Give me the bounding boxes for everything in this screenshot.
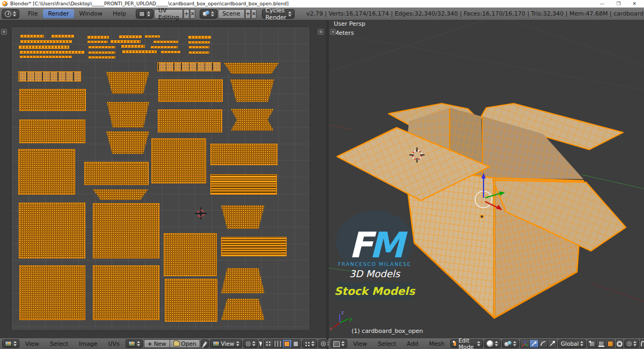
uv-island[interactable] — [224, 63, 279, 74]
snap-toggle-button[interactable] — [640, 339, 644, 348]
uv-island[interactable] — [122, 50, 157, 53]
uv-island[interactable] — [89, 46, 115, 48]
new-image-button[interactable]: + New — [144, 339, 170, 348]
occlude-geometry-button[interactable] — [616, 339, 623, 348]
uv-select-edge-button[interactable] — [273, 339, 283, 348]
uv-island[interactable] — [231, 109, 274, 131]
uv-island[interactable] — [151, 138, 206, 183]
pin-button[interactable] — [201, 339, 209, 348]
close-button[interactable]: ✕ — [632, 1, 636, 6]
menu-help[interactable]: Help — [108, 9, 131, 18]
uv-island[interactable] — [161, 51, 180, 53]
uv-island[interactable] — [158, 79, 223, 102]
manipulator-scale-button[interactable] — [547, 339, 557, 348]
uv-island[interactable] — [189, 46, 209, 48]
mesh-select-edge-button[interactable] — [596, 339, 606, 348]
uv-island[interactable] — [230, 79, 274, 102]
panel-expand-icon[interactable]: + — [318, 29, 324, 35]
add-scene-button[interactable]: + — [245, 9, 251, 19]
uv-island[interactable] — [106, 131, 149, 154]
uv-island[interactable] — [221, 268, 265, 293]
uv-island[interactable] — [89, 51, 115, 54]
uv-island[interactable] — [18, 71, 81, 81]
uv-select-face-button[interactable] — [282, 339, 292, 348]
uv-island[interactable] — [210, 144, 277, 165]
uv-island[interactable] — [19, 89, 86, 111]
menu-file[interactable]: File — [23, 9, 42, 18]
viewport-3d-body[interactable]: F M FRANCESCO MILANESE 3D Models Stock M… — [328, 20, 644, 338]
v3d-menu-add[interactable]: Add — [402, 340, 423, 347]
uv-island[interactable] — [157, 62, 221, 71]
open-image-button[interactable]: Open — [170, 339, 200, 348]
v3d-menu-select[interactable]: Select — [373, 340, 401, 347]
uv-island[interactable] — [19, 265, 85, 320]
uv-island[interactable] — [151, 46, 178, 48]
uv-select-vertex-button[interactable] — [264, 339, 274, 348]
pivot-point-select[interactable] — [502, 339, 519, 348]
uv-island[interactable] — [188, 36, 211, 39]
uv-menu-uvs[interactable]: UVs — [104, 340, 125, 347]
uv-island[interactable] — [145, 35, 160, 38]
uv-island[interactable] — [189, 51, 209, 54]
uv-display-mode-select[interactable]: View — [210, 339, 242, 348]
uv-island[interactable] — [111, 40, 141, 43]
uv-island[interactable] — [87, 41, 108, 43]
uv-select-island-button[interactable] — [291, 339, 301, 348]
uv-island[interactable] — [93, 265, 159, 320]
uv-island[interactable] — [93, 203, 159, 258]
uv-island[interactable] — [84, 162, 149, 185]
uv-menu-view[interactable]: View — [20, 340, 44, 347]
manipulator-translate-button[interactable] — [529, 339, 539, 348]
render-engine-select[interactable]: Cycles Render — [262, 9, 294, 19]
minimize-button[interactable]: — — [599, 1, 604, 6]
uv-menu-image[interactable]: Image — [74, 340, 102, 347]
uv-island[interactable] — [20, 40, 72, 43]
editor-type-button-info[interactable]: i — [2, 9, 19, 19]
uv-island[interactable] — [19, 120, 85, 143]
proportional-edit-select[interactable] — [624, 339, 639, 348]
add-layout-button[interactable]: + — [184, 9, 189, 19]
sticky-select-select[interactable] — [302, 339, 317, 348]
panel-expand-icon[interactable]: + — [1, 29, 7, 35]
uv-island[interactable] — [20, 51, 84, 54]
menu-window[interactable]: Window — [75, 9, 107, 18]
uv-island[interactable] — [89, 56, 115, 58]
uv-island[interactable] — [121, 45, 145, 48]
uv-island[interactable] — [188, 41, 210, 43]
v3d-menu-view[interactable]: View — [348, 340, 372, 347]
close-scene-button[interactable]: ✕ — [251, 9, 257, 19]
uv-island[interactable] — [221, 205, 265, 229]
uv-island[interactable] — [210, 174, 277, 195]
uv-island[interactable] — [93, 189, 148, 200]
manipulator-axis-button[interactable] — [520, 339, 530, 348]
panel-expand-icon[interactable]: + — [330, 29, 336, 35]
uv-island[interactable] — [87, 36, 109, 39]
uv-island[interactable] — [19, 203, 85, 258]
uv-island[interactable] — [52, 35, 74, 38]
v3d-menu-mesh[interactable]: Mesh — [424, 340, 449, 347]
screen-layout-field[interactable]: UV Editing — [154, 9, 183, 19]
tweak-select-button[interactable] — [259, 339, 263, 348]
uv-island[interactable] — [20, 35, 44, 38]
uv-island[interactable] — [221, 237, 287, 256]
mesh-select-face-button[interactable] — [605, 339, 615, 348]
editor-type-button-image[interactable] — [2, 339, 19, 348]
uv-island[interactable] — [19, 46, 69, 49]
manipulator-rotate-button[interactable] — [538, 339, 548, 348]
uv-island[interactable] — [221, 299, 265, 320]
uv-island[interactable] — [165, 279, 217, 322]
menu-render[interactable]: Render — [43, 9, 74, 18]
uv-island[interactable] — [158, 109, 222, 132]
screen-layout-icon-button[interactable] — [136, 9, 153, 19]
editor-type-button-3dview[interactable] — [331, 339, 347, 348]
uv-island[interactable] — [107, 102, 149, 128]
uv-island[interactable] — [164, 233, 217, 276]
mesh-select-vertex-button[interactable] — [587, 339, 597, 348]
uv-editor-body[interactable]: + + — [0, 20, 326, 338]
image-browse-button[interactable] — [126, 339, 143, 348]
uv-island[interactable] — [119, 35, 142, 38]
maximize-button[interactable]: ❐ — [616, 1, 620, 6]
uv-island[interactable] — [106, 72, 149, 94]
uv-island[interactable] — [20, 56, 72, 58]
uv-pivot-select[interactable] — [243, 339, 258, 348]
